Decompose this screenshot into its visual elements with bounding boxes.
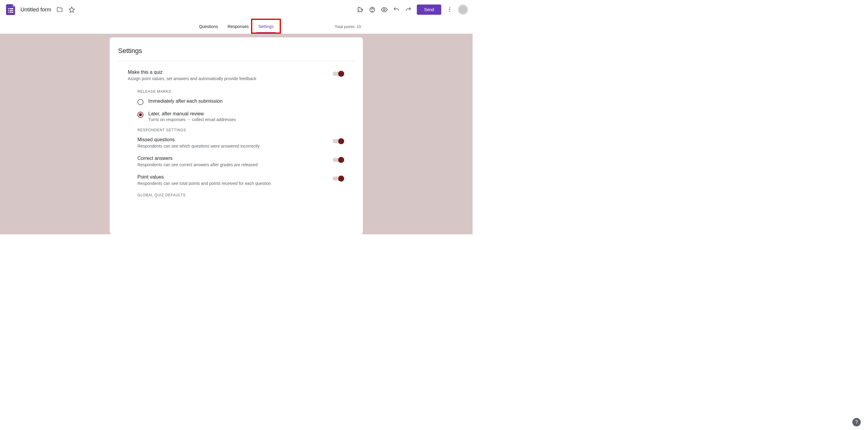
addons-button[interactable]: [354, 4, 366, 16]
tab-questions[interactable]: Questions: [194, 21, 223, 33]
svg-rect-0: [8, 8, 9, 9]
svg-rect-1: [10, 8, 13, 9]
preview-button[interactable]: [378, 4, 390, 16]
form-title[interactable]: Untitled form: [21, 7, 51, 13]
svg-point-8: [372, 8, 373, 8]
svg-point-7: [371, 9, 372, 9]
tab-responses[interactable]: Responses: [223, 21, 253, 33]
radio-unchecked-icon: [137, 99, 144, 105]
release-immediately-option[interactable]: Immediately after each submission: [118, 98, 354, 111]
radio-checked-icon: [137, 112, 144, 118]
svg-rect-3: [10, 10, 13, 11]
correct-answers-title: Correct answers: [137, 156, 333, 161]
svg-rect-2: [8, 10, 9, 11]
move-to-folder-button[interactable]: [54, 4, 66, 16]
svg-point-9: [373, 9, 374, 9]
settings-card: Settings Make this a quiz Assign point v…: [110, 37, 363, 234]
make-quiz-desc: Assign point values, set answers and aut…: [128, 76, 333, 81]
make-quiz-title: Make this a quiz: [128, 70, 333, 75]
tab-settings[interactable]: Settings: [253, 21, 278, 33]
star-button[interactable]: [66, 4, 78, 16]
tabs-row: Questions Responses Settings Total point…: [0, 19, 472, 34]
release-later-desc: Turns on responses → collect email addre…: [148, 117, 354, 122]
make-quiz-row: Make this a quiz Assign point values, se…: [118, 70, 354, 90]
missed-questions-row: Missed questions Respondents can see whi…: [118, 137, 354, 156]
missed-questions-title: Missed questions: [137, 137, 333, 142]
release-later-option[interactable]: Later, after manual review Turns on resp…: [118, 111, 354, 128]
make-quiz-toggle[interactable]: [333, 71, 345, 77]
tabs: Questions Responses Settings: [194, 21, 278, 33]
forms-logo[interactable]: [5, 4, 17, 16]
app-header: Untitled form Send: [0, 0, 472, 19]
point-values-toggle[interactable]: [333, 175, 345, 181]
release-later-label: Later, after manual review: [148, 111, 354, 117]
more-options-button[interactable]: [444, 4, 456, 16]
release-immediately-label: Immediately after each submission: [148, 98, 354, 104]
correct-answers-toggle[interactable]: [333, 157, 345, 163]
global-quiz-defaults-label: GLOBAL QUIZ DEFAULTS: [118, 193, 354, 197]
customize-theme-button[interactable]: [366, 4, 378, 16]
svg-point-11: [449, 7, 450, 8]
redo-button[interactable]: [402, 4, 414, 16]
release-marks-label: RELEASE MARKS: [118, 90, 354, 98]
undo-button[interactable]: [390, 4, 402, 16]
settings-title: Settings: [118, 44, 354, 61]
total-points-label: Total points: 10: [335, 24, 361, 29]
correct-answers-desc: Respondents can see correct answers afte…: [137, 162, 333, 167]
svg-point-13: [449, 11, 450, 12]
correct-answers-row: Correct answers Respondents can see corr…: [118, 156, 354, 174]
missed-questions-toggle[interactable]: [333, 138, 345, 144]
missed-questions-desc: Respondents can see which questions were…: [137, 144, 333, 148]
svg-point-12: [449, 9, 450, 10]
send-button[interactable]: Send: [417, 4, 441, 15]
point-values-desc: Respondents can see total points and poi…: [137, 181, 333, 186]
svg-rect-4: [8, 12, 9, 13]
svg-rect-5: [10, 12, 13, 13]
point-values-title: Point values: [137, 174, 333, 180]
point-values-row: Point values Respondents can see total p…: [118, 174, 354, 193]
svg-point-10: [383, 9, 385, 10]
workspace: Settings Make this a quiz Assign point v…: [0, 34, 472, 234]
account-avatar[interactable]: [458, 5, 468, 14]
respondent-settings-label: RESPONDENT SETTINGS: [118, 128, 354, 137]
